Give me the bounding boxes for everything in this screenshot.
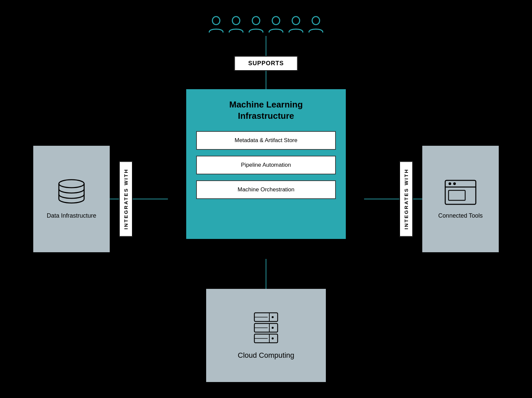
ml-item-orchestration: Machine Orchestration	[196, 180, 336, 199]
svg-point-1	[232, 17, 240, 25]
ml-item-pipeline: Pipeline Automation	[196, 156, 336, 174]
architecture-diagram: SUPPORTS Machine LearningInfrastructure …	[33, 16, 499, 382]
user-icon-1	[207, 16, 225, 33]
supports-label: SUPPORTS	[234, 56, 298, 71]
svg-point-2	[252, 17, 260, 25]
line-left	[110, 199, 168, 199]
cloud-computing-label: Cloud Computing	[238, 351, 294, 360]
line-bottom	[266, 259, 266, 289]
line-right	[364, 199, 422, 199]
svg-rect-11	[449, 190, 465, 200]
svg-point-0	[212, 17, 220, 25]
svg-point-3	[272, 17, 280, 25]
svg-point-9	[449, 182, 451, 185]
svg-point-22	[272, 337, 274, 339]
svg-point-6	[59, 180, 84, 188]
svg-point-5	[312, 17, 320, 25]
database-icon	[57, 179, 86, 206]
ml-item-metadata: Metadata & Artifact Store	[196, 131, 336, 150]
user-icon-6	[307, 16, 325, 33]
connected-tools-panel: Connected Tools	[422, 146, 499, 252]
svg-point-14	[272, 316, 274, 318]
svg-point-18	[272, 327, 274, 329]
connected-tools-icon	[444, 179, 477, 206]
integrates-with-left-label: INTEGRATES WITH	[119, 161, 133, 237]
integrates-with-right-label: INTEGRATES WITH	[399, 161, 413, 237]
cloud-computing-panel: Cloud Computing	[206, 289, 326, 382]
user-icon-5	[287, 16, 305, 33]
user-icon-3	[247, 16, 265, 33]
connected-tools-label: Connected Tools	[438, 212, 483, 219]
user-icon-4	[267, 16, 285, 33]
svg-point-10	[453, 182, 456, 185]
ml-title: Machine LearningInfrastructure	[229, 99, 303, 122]
data-infrastructure-label: Data Infrastructure	[47, 212, 96, 219]
ml-infrastructure-box: Machine LearningInfrastructure Metadata …	[186, 89, 346, 239]
svg-point-4	[292, 17, 300, 25]
cloud-computing-icon	[251, 311, 281, 344]
users-row	[207, 16, 325, 33]
user-icon-2	[227, 16, 245, 33]
data-infrastructure-panel: Data Infrastructure	[33, 146, 110, 252]
